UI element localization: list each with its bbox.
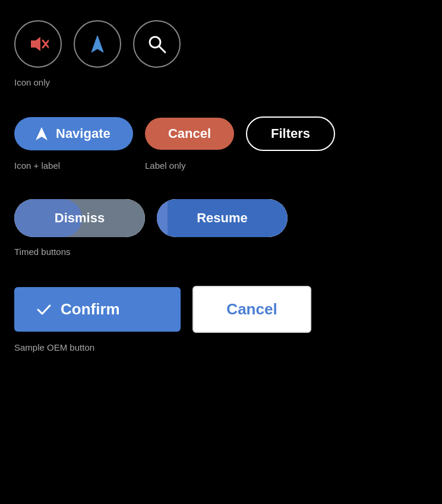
icon-only-label: Icon only: [14, 77, 50, 87]
svg-marker-6: [36, 127, 48, 140]
search-circle-icon: [147, 34, 167, 54]
cancel-oem-label: Cancel: [226, 300, 277, 318]
search-circle-button[interactable]: [133, 20, 181, 68]
svg-marker-0: [31, 37, 40, 51]
confirm-button[interactable]: Confirm: [14, 287, 181, 332]
oem-button-row: Confirm Cancel: [14, 286, 428, 333]
section-timed-buttons: Dismiss Resume Timed buttons: [14, 199, 428, 257]
cancel-red-label: Cancel: [168, 126, 211, 141]
section-icon-only: Icon only: [14, 14, 428, 88]
icon-label-sublabel: Icon + label: [14, 160, 133, 171]
section-oem-buttons: Confirm Cancel Sample OEM button: [14, 286, 428, 353]
cancel-oem-button[interactable]: Cancel: [192, 286, 311, 333]
mute-button[interactable]: [14, 20, 62, 68]
filters-button[interactable]: Filters: [246, 116, 335, 151]
resume-label: Resume: [197, 210, 248, 226]
section-labeled-buttons: Navigate Cancel Filters Icon + label Lab…: [14, 116, 428, 171]
dismiss-timed-button[interactable]: Dismiss: [14, 199, 145, 237]
navigate-arrow-icon: [33, 125, 50, 142]
filters-label: Filters: [271, 126, 310, 141]
navigate-circle-button[interactable]: [74, 20, 121, 68]
labeled-button-row: Navigate Cancel Filters: [14, 116, 428, 151]
checkmark-icon: [36, 301, 52, 318]
navigate-circle-icon: [87, 33, 108, 55]
resume-bg-progress: [157, 199, 168, 237]
timed-buttons-label: Timed buttons: [14, 247, 71, 257]
navigate-button-label: Navigate: [56, 126, 110, 141]
timed-button-row: Dismiss Resume: [14, 199, 428, 237]
button-sub-labels: Icon + label Label only: [14, 160, 428, 171]
navigate-button[interactable]: Navigate: [14, 117, 133, 150]
label-only-sublabel: Label only: [145, 160, 234, 171]
svg-line-5: [159, 46, 165, 52]
resume-timed-button[interactable]: Resume: [157, 199, 288, 237]
svg-marker-3: [91, 36, 103, 52]
cancel-red-button[interactable]: Cancel: [145, 118, 234, 150]
mute-icon: [27, 34, 49, 53]
dismiss-label: Dismiss: [55, 210, 105, 226]
icon-row: [14, 20, 428, 68]
confirm-button-label: Confirm: [61, 300, 120, 319]
oem-buttons-label: Sample OEM button: [14, 342, 94, 352]
